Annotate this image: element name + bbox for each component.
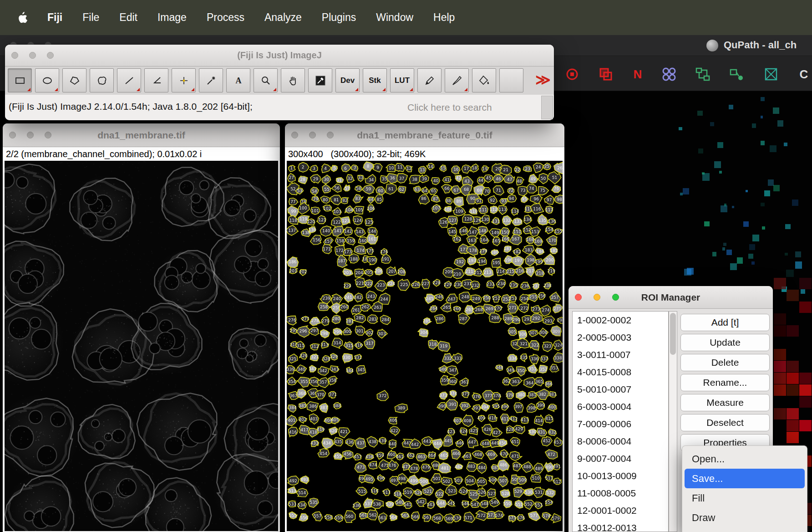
search-input[interactable]: Click here to search: [407, 98, 538, 117]
roi-add-button[interactable]: Add [t]: [680, 314, 770, 331]
feature-window-title: dna1_membrane_feature_0.tif: [357, 130, 492, 141]
roi-list-item[interactable]: 5-0010-0007: [573, 381, 668, 398]
menu-analyze[interactable]: Analyze: [264, 11, 302, 24]
freehand-tool-button[interactable]: [90, 68, 114, 92]
roi-list-item[interactable]: 9-0007-0004: [573, 450, 668, 467]
zoom-button[interactable]: [327, 132, 334, 138]
red-annotation-icon[interactable]: [562, 64, 583, 85]
magnifier-icon: [260, 75, 272, 87]
minimize-button[interactable]: [27, 132, 34, 138]
menu-item-fill[interactable]: Fill: [682, 488, 807, 508]
zoom-button[interactable]: [45, 132, 51, 138]
roi-list-item[interactable]: 8-0006-0004: [573, 433, 668, 450]
roi-delete-button[interactable]: Delete: [680, 354, 770, 371]
menu-file[interactable]: File: [82, 11, 99, 24]
menu-image[interactable]: Image: [157, 11, 187, 24]
menu-edit[interactable]: Edit: [119, 11, 137, 24]
wand-tool-button[interactable]: [199, 68, 223, 92]
polygon-tool-button[interactable]: [62, 68, 86, 92]
roi-deselect-button[interactable]: Deselect: [680, 414, 770, 431]
menu-item-save[interactable]: Save...: [685, 469, 805, 488]
zoom-button[interactable]: [612, 294, 619, 301]
dev-button[interactable]: Dev: [335, 68, 360, 92]
flood-fill-tool-button[interactable]: [472, 68, 496, 92]
blue-grid-icon[interactable]: [659, 64, 680, 85]
text-tool-button[interactable]: A: [226, 68, 250, 92]
point-tool-button[interactable]: [172, 68, 196, 92]
dropdown-triangle-icon: [137, 88, 140, 91]
close-button[interactable]: [291, 132, 298, 138]
red-layers-icon[interactable]: [595, 64, 616, 85]
menu-help[interactable]: Help: [433, 11, 455, 24]
close-button[interactable]: [9, 132, 16, 138]
menu-window[interactable]: Window: [376, 11, 413, 24]
color-picker-tool-button[interactable]: [308, 68, 332, 92]
zoom-button[interactable]: [47, 52, 54, 59]
roi-list-item[interactable]: 2-0005-0003: [573, 329, 668, 346]
empty-tool-slot[interactable]: [499, 68, 523, 92]
roi-list-scrollbar[interactable]: [669, 311, 677, 532]
more-tools-button[interactable]: ≫: [529, 68, 557, 91]
feature-image-canvas[interactable]: [287, 161, 563, 531]
membrane-window-title: dna1_membrane.tif: [97, 130, 185, 141]
roi-rename-button[interactable]: Rename...: [680, 374, 770, 391]
scrollbar-thumb[interactable]: [670, 313, 676, 355]
dropdown-triangle-icon: [464, 88, 467, 91]
close-button[interactable]: [11, 52, 18, 59]
menu-item-draw[interactable]: Draw: [682, 508, 807, 527]
apple-menu[interactable]: [17, 12, 27, 24]
roi-list-item[interactable]: 1-0002-0002: [573, 312, 668, 329]
line-icon: [123, 75, 135, 87]
roi-context-menu: Open... Save... Fill Draw: [682, 445, 807, 532]
scroll-corner-panel: [541, 96, 553, 119]
roi-update-button[interactable]: Update: [680, 334, 770, 351]
fiji-titlebar[interactable]: (Fiji Is Just) ImageJ: [5, 45, 554, 66]
dropdown-triangle-icon: [191, 88, 194, 91]
polygon-icon: [69, 75, 81, 87]
feature-titlebar[interactable]: dna1_membrane_feature_0.tif: [285, 123, 564, 147]
green-flowchart-icon[interactable]: [692, 64, 713, 85]
roi-list-item[interactable]: 11-0008-0005: [573, 485, 668, 502]
lut-button[interactable]: LUT: [390, 68, 414, 92]
brush-tool-button[interactable]: [445, 68, 469, 92]
search-placeholder: Click here to search: [407, 102, 492, 113]
roi-list-item[interactable]: 3-0011-0007: [573, 346, 668, 363]
menu-fiji[interactable]: Fiji: [47, 11, 62, 24]
roi-list-item[interactable]: 4-0015-0008: [573, 363, 668, 381]
close-button[interactable]: [575, 294, 582, 301]
letter-n-icon[interactable]: N: [627, 64, 648, 85]
menu-plugins[interactable]: Plugins: [322, 11, 356, 24]
dropdown-triangle-icon: [355, 88, 358, 91]
minimize-button[interactable]: [594, 294, 600, 301]
rectangle-tool-button[interactable]: [8, 68, 32, 92]
roi-titlebar[interactable]: ROI Manager: [568, 286, 773, 309]
angle-tool-button[interactable]: [144, 68, 168, 92]
roi-list-item[interactable]: 10-0013-0009: [573, 467, 668, 485]
roi-list-item[interactable]: 13-0012-0013: [573, 519, 668, 532]
oval-tool-button[interactable]: [35, 68, 59, 92]
stk-button[interactable]: Stk: [363, 68, 387, 92]
membrane-image-canvas[interactable]: [5, 161, 278, 531]
green-nodes-icon[interactable]: [726, 64, 747, 85]
letter-c-icon[interactable]: C: [793, 64, 812, 85]
selection-box-icon[interactable]: [761, 64, 782, 85]
roi-list-item[interactable]: 6-0003-0004: [573, 398, 668, 415]
qupath-window-title: QuPath - all_ch: [724, 39, 797, 51]
status-text: (Fiji Is Just) ImageJ 2.14.0/1.54h; Java…: [9, 101, 253, 112]
text-icon: A: [233, 75, 244, 87]
hand-tool-button[interactable]: [281, 68, 305, 92]
roi-list-item[interactable]: 12-0001-0002: [573, 502, 668, 519]
feature-image-window: dna1_membrane_feature_0.tif 300x400 (300…: [285, 123, 564, 532]
menu-process[interactable]: Process: [207, 11, 244, 24]
line-tool-button[interactable]: [117, 68, 141, 92]
zoom-tool-button[interactable]: [254, 68, 278, 92]
membrane-titlebar[interactable]: dna1_membrane.tif: [3, 123, 280, 147]
rectangle-icon: [14, 75, 26, 87]
menu-item-open[interactable]: Open...: [682, 449, 807, 469]
dropdown-triangle-icon: [27, 88, 30, 91]
roi-measure-button[interactable]: Measure: [680, 394, 770, 411]
roi-list-item[interactable]: 7-0009-0006: [573, 415, 668, 433]
minimize-button[interactable]: [29, 52, 36, 59]
pencil-tool-button[interactable]: [417, 68, 442, 92]
minimize-button[interactable]: [309, 132, 316, 138]
